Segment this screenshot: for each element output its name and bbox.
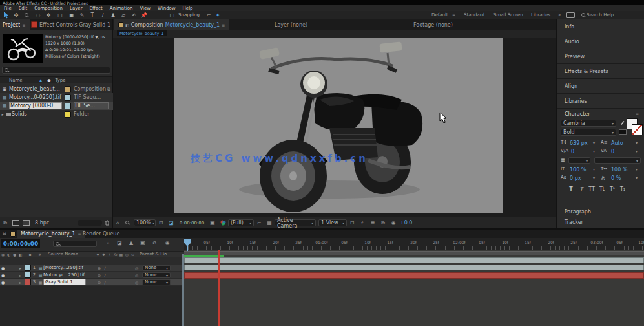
column-name[interactable]: Name	[9, 78, 23, 83]
quality-switch[interactable]: ∕	[102, 273, 108, 277]
sort-ascending-icon[interactable]: ▲	[39, 78, 43, 82]
expander-icon[interactable]: ▸	[17, 273, 23, 277]
puppet-pin-tool-icon[interactable]: 📌	[140, 12, 149, 19]
eraser-tool-icon[interactable]: ▱	[119, 12, 128, 19]
workspace-libraries[interactable]: Libraries	[531, 12, 550, 17]
project-search-input[interactable]	[2, 67, 110, 74]
tab-composition[interactable]: ◧ Composition Motorcycle_beauty_1 ≡	[114, 19, 229, 30]
viewer-timecode[interactable]: 0:00:00:00	[176, 221, 207, 226]
menu-composition[interactable]: Composition	[34, 6, 63, 11]
project-item-solids-folder[interactable]: ▸ Solids Folder	[0, 110, 113, 118]
snap-edges-icon[interactable]: ✦	[213, 12, 222, 19]
layer-name[interactable]: [Motorcy...250].tif	[43, 265, 94, 270]
expander-icon[interactable]: ▸	[17, 266, 23, 270]
breadcrumb[interactable]: Motorcycle_beauty_1	[117, 30, 167, 36]
camera-select[interactable]: Active Camera▾	[275, 219, 316, 226]
time-ruler[interactable]: :00 05f 10f 15f 20f 25f 01:00f 05f 10f 1…	[184, 238, 644, 250]
composition-canvas[interactable]: 技艺CG www.qdnxxfb.cn	[174, 38, 503, 213]
label-chip[interactable]	[65, 86, 71, 92]
tab-footage[interactable]: Footage (none)	[413, 19, 453, 30]
type-tool-icon[interactable]: T	[88, 12, 97, 19]
3d-switch[interactable]: ◎	[134, 280, 140, 285]
3d-switch[interactable]: ◎	[134, 273, 140, 277]
stroke-color-swatch[interactable]	[632, 124, 643, 135]
menu-help[interactable]: Help	[183, 6, 193, 11]
clone-stamp-tool-icon[interactable]: ♟	[109, 12, 118, 19]
no-fill-swatch[interactable]	[619, 129, 627, 135]
magnification-select[interactable]: 100%▾	[134, 219, 156, 226]
mask-visibility-icon[interactable]: ◪	[166, 220, 176, 226]
audio-column-icon[interactable]: ◐	[6, 252, 12, 257]
layer-bar-2[interactable]	[184, 265, 644, 270]
menu-view[interactable]: View	[140, 6, 151, 11]
fast-previews-icon[interactable]: ⚡	[357, 220, 368, 226]
expander-icon[interactable]: ▸	[17, 280, 23, 285]
pan-behind-tool-icon[interactable]: ✥	[44, 12, 53, 19]
menu-animation[interactable]: Animation	[110, 6, 133, 11]
parent-select[interactable]: None▾	[142, 272, 171, 278]
layer-row-1[interactable]: ● ▸ 1 ▤ [Motorcy...250].tif ⊕ ∕ ◎ None▾	[0, 265, 184, 272]
lock-icon[interactable]: ◧	[125, 23, 129, 27]
brush-tool-icon[interactable]: ∕	[98, 12, 107, 19]
pixel-aspect-correction-icon[interactable]: ⊟	[347, 220, 357, 226]
frame-blending-icon[interactable]: ▣	[138, 240, 147, 246]
work-area-bar[interactable]	[184, 251, 644, 255]
panel-dock-icon[interactable]: ⊟	[3, 231, 6, 236]
vertical-scale-value[interactable]: 100 %	[570, 167, 586, 173]
region-of-interest-icon[interactable]: ⌐	[254, 220, 264, 226]
small-caps-button[interactable]: Tt	[597, 185, 607, 193]
all-caps-button[interactable]: TT	[587, 185, 597, 193]
layer-name-edit-box[interactable]: Gray Solid 1	[43, 279, 86, 285]
leading-value[interactable]: Auto	[611, 140, 623, 146]
timeline-button-icon[interactable]: ≣	[368, 220, 378, 226]
panel-menu-icon[interactable]: ≡	[636, 111, 639, 116]
keyboard-shortcuts-icon[interactable]	[566, 12, 575, 19]
always-preview-icon[interactable]: ⌂	[113, 220, 123, 226]
panel-info[interactable]: Info	[557, 19, 644, 34]
view-layout-select[interactable]: 1 View▾	[318, 219, 347, 226]
solo-column-icon[interactable]: ●	[12, 252, 17, 257]
shy-switch[interactable]: ⊕	[96, 266, 102, 270]
rectangle-tool-icon[interactable]: ▣	[67, 12, 76, 19]
quality-switch[interactable]: ∕	[102, 280, 108, 285]
exposure-value[interactable]: +0.0	[400, 220, 412, 226]
workspace-overflow-chevron[interactable]: »	[558, 12, 561, 17]
panel-align[interactable]: Align	[557, 79, 644, 94]
font-style-select[interactable]: Bold▾	[561, 129, 616, 136]
layer-label-chip[interactable]	[25, 272, 31, 278]
layer-row-2[interactable]: ● ▸ 2 ▤ Motorcyc...250].tif ⊕ ∕ ◎ None▾	[0, 272, 184, 279]
faux-bold-button[interactable]: T	[566, 185, 576, 193]
layer-bar-1[interactable]	[184, 257, 644, 263]
project-item-composition[interactable]: ▣ Motorcycle_beauty_1 Composition ⧉	[0, 85, 113, 93]
expander-icon[interactable]: ▸	[0, 112, 5, 116]
current-time-indicator-line[interactable]	[218, 250, 220, 326]
snapshot-camera-icon[interactable]: ▣	[207, 220, 218, 226]
show-channel-icon[interactable]	[218, 220, 228, 226]
superscript-button[interactable]: T¹	[607, 185, 618, 193]
transparency-grid-icon[interactable]: ▦	[264, 220, 275, 226]
menu-effect[interactable]: Effect	[90, 6, 103, 11]
font-family-select[interactable]: Cambria▾	[561, 120, 616, 127]
new-composition-icon[interactable]	[21, 220, 31, 226]
flowchart-icon[interactable]: ⧉	[107, 87, 110, 92]
timeline-timecode[interactable]: 0:00:00:00	[1, 239, 40, 248]
kerning-value[interactable]: 0	[571, 149, 574, 155]
workspace-small-screen[interactable]: Small Screen	[493, 12, 523, 17]
interpret-footage-icon[interactable]: ⧉	[0, 220, 10, 226]
video-column-icon[interactable]: ◉	[0, 252, 6, 257]
tab-render-queue[interactable]: Render Queue	[83, 230, 119, 238]
character-title[interactable]: Character	[565, 111, 590, 117]
faux-italic-button[interactable]: T	[576, 185, 587, 193]
tab-timeline-comp[interactable]: Motorcycle_beauty_1 ≡	[17, 230, 85, 238]
column-type[interactable]: Type	[56, 78, 66, 83]
eye-icon[interactable]: ●	[0, 266, 6, 270]
pen-tool-icon[interactable]: ✎	[78, 12, 87, 19]
panel-menu-icon[interactable]: ≡	[22, 23, 25, 27]
source-name-column[interactable]: Source Name	[48, 252, 78, 257]
layer-bar-3-solid[interactable]	[184, 272, 644, 279]
panel-audio[interactable]: Audio	[557, 34, 644, 49]
panel-effects-presets[interactable]: Effects & Presets	[557, 64, 644, 79]
search-help-label[interactable]: Search Help	[587, 12, 614, 17]
resolution-select[interactable]: (Full)▾	[228, 219, 254, 226]
parent-select[interactable]: None▾	[142, 279, 171, 285]
